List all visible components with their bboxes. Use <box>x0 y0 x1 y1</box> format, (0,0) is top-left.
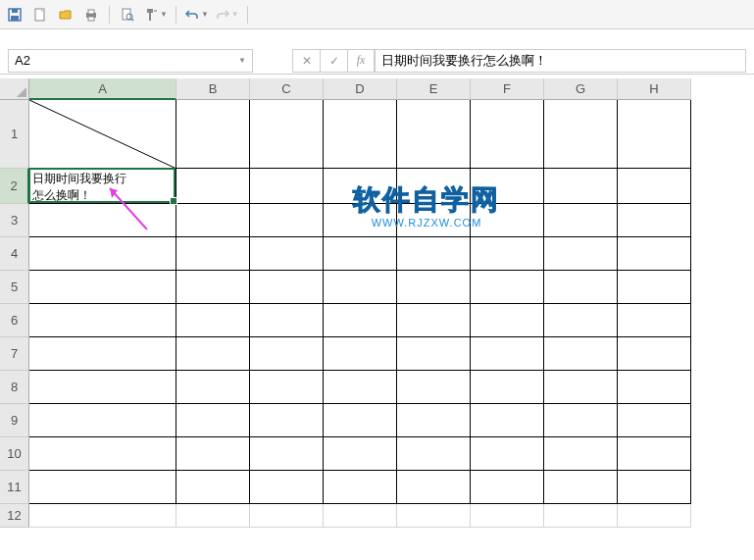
cell-G5[interactable] <box>544 271 618 304</box>
cell-D4[interactable] <box>324 237 397 271</box>
cell-A4[interactable] <box>29 237 176 271</box>
cell-H7[interactable] <box>618 337 691 371</box>
cell-C8[interactable] <box>250 371 324 404</box>
cell-E1[interactable] <box>397 100 471 169</box>
cell-G7[interactable] <box>544 337 618 371</box>
row-header-10[interactable]: 10 <box>0 437 29 471</box>
cell-F11[interactable] <box>471 471 544 504</box>
cell-F2[interactable] <box>471 169 544 204</box>
cell-A8[interactable] <box>29 371 176 404</box>
column-header-H[interactable]: H <box>618 78 691 100</box>
cell-C1[interactable] <box>250 100 324 169</box>
cell-G12[interactable] <box>544 504 618 528</box>
column-header-D[interactable]: D <box>324 78 397 100</box>
cell-F9[interactable] <box>471 404 544 437</box>
column-header-A[interactable]: A <box>29 78 176 100</box>
cell-D5[interactable] <box>324 271 397 304</box>
cell-E10[interactable] <box>397 437 471 471</box>
cell-C12[interactable] <box>250 504 324 528</box>
cell-A11[interactable] <box>29 471 176 504</box>
cancel-formula-button[interactable]: ✕ <box>292 49 320 73</box>
cell-H5[interactable] <box>618 271 691 304</box>
cell-E3[interactable] <box>397 204 471 237</box>
row-header-4[interactable]: 4 <box>0 237 29 271</box>
row-header-8[interactable]: 8 <box>0 371 29 404</box>
cell-B9[interactable] <box>176 404 250 437</box>
cell-G1[interactable] <box>544 100 618 169</box>
cell-B7[interactable] <box>176 337 250 371</box>
row-header-11[interactable]: 11 <box>0 471 29 504</box>
format-painter-icon[interactable]: ▼ <box>143 7 168 23</box>
cell-G3[interactable] <box>544 204 618 237</box>
cell-B8[interactable] <box>176 371 250 404</box>
cell-D1[interactable] <box>324 100 397 169</box>
select-all-corner[interactable] <box>0 78 29 100</box>
column-header-E[interactable]: E <box>397 78 471 100</box>
cell-A7[interactable] <box>29 337 176 371</box>
cell-C6[interactable] <box>250 304 324 337</box>
cell-G4[interactable] <box>544 237 618 271</box>
fx-button[interactable]: fx <box>347 49 375 73</box>
cell-F3[interactable] <box>471 204 544 237</box>
cell-H3[interactable] <box>618 204 691 237</box>
cell-F4[interactable] <box>471 237 544 271</box>
cell-B2[interactable] <box>176 169 250 204</box>
cell-A3[interactable] <box>29 204 176 237</box>
cell-G6[interactable] <box>544 304 618 337</box>
cell-E4[interactable] <box>397 237 471 271</box>
cell-C3[interactable] <box>250 204 324 237</box>
cell-H8[interactable] <box>618 371 691 404</box>
cell-C9[interactable] <box>250 404 324 437</box>
open-icon[interactable] <box>56 5 75 25</box>
accept-formula-button[interactable]: ✓ <box>320 49 347 73</box>
cell-C7[interactable] <box>250 337 324 371</box>
cell-B5[interactable] <box>176 271 250 304</box>
cell-C2[interactable] <box>250 169 324 204</box>
cell-C4[interactable] <box>250 237 324 271</box>
cell-B1[interactable] <box>176 100 250 169</box>
cell-B11[interactable] <box>176 471 250 504</box>
cell-H11[interactable] <box>618 471 691 504</box>
cell-A1[interactable] <box>29 100 176 169</box>
column-header-G[interactable]: G <box>544 78 618 100</box>
cell-C5[interactable] <box>250 271 324 304</box>
row-header-2[interactable]: 2 <box>0 169 29 204</box>
column-header-C[interactable]: C <box>250 78 324 100</box>
cell-D2[interactable] <box>324 169 397 204</box>
cell-H10[interactable] <box>618 437 691 471</box>
cell-E8[interactable] <box>397 371 471 404</box>
row-header-3[interactable]: 3 <box>0 204 29 237</box>
formula-input[interactable]: 日期时间我要换行怎么换啊！ <box>375 49 746 73</box>
cell-B6[interactable] <box>176 304 250 337</box>
column-header-F[interactable]: F <box>471 78 544 100</box>
cell-D8[interactable] <box>324 371 397 404</box>
cell-H4[interactable] <box>618 237 691 271</box>
cell-A5[interactable] <box>29 271 176 304</box>
cell-F7[interactable] <box>471 337 544 371</box>
cell-A9[interactable] <box>29 404 176 437</box>
cell-D9[interactable] <box>324 404 397 437</box>
row-header-7[interactable]: 7 <box>0 337 29 371</box>
row-header-12[interactable]: 12 <box>0 504 29 528</box>
cell-H9[interactable] <box>618 404 691 437</box>
cell-D12[interactable] <box>324 504 397 528</box>
print-icon[interactable] <box>81 5 101 25</box>
preview-icon[interactable] <box>118 5 137 25</box>
cell-A10[interactable] <box>29 437 176 471</box>
cell-E6[interactable] <box>397 304 471 337</box>
cell-H2[interactable] <box>618 169 691 204</box>
cell-B10[interactable] <box>176 437 250 471</box>
cell-D3[interactable] <box>324 204 397 237</box>
cell-E2[interactable] <box>397 169 471 204</box>
cell-B4[interactable] <box>176 237 250 271</box>
cell-D6[interactable] <box>324 304 397 337</box>
cell-F10[interactable] <box>471 437 544 471</box>
cell-G8[interactable] <box>544 371 618 404</box>
cell-E5[interactable] <box>397 271 471 304</box>
cell-C10[interactable] <box>250 437 324 471</box>
cell-E7[interactable] <box>397 337 471 371</box>
cell-H12[interactable] <box>618 504 691 528</box>
save-icon[interactable] <box>5 5 25 25</box>
name-box[interactable]: A2 ▼ <box>8 49 253 73</box>
row-header-9[interactable]: 9 <box>0 404 29 437</box>
